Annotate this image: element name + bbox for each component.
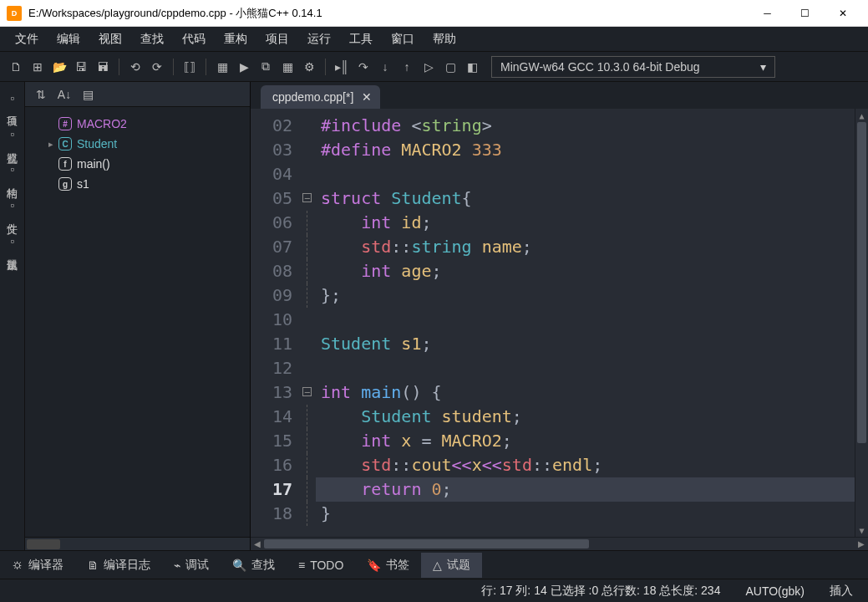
step-over-button[interactable]: ↷: [354, 58, 373, 76]
menu-代码[interactable]: 代码: [174, 28, 214, 50]
vtab-试题集[interactable]: ▫ 试题集: [0, 225, 24, 261]
menu-重构[interactable]: 重构: [216, 28, 256, 50]
collapse-all-button[interactable]: ⇅: [32, 85, 50, 104]
menu-工具[interactable]: 工具: [341, 28, 381, 50]
menu-项目[interactable]: 项目: [257, 28, 297, 50]
menu-编辑[interactable]: 编辑: [48, 28, 89, 50]
new-file-button[interactable]: 🗋: [7, 58, 25, 76]
vtab-监视[interactable]: ▫ 监视: [0, 118, 24, 154]
separator: [173, 59, 174, 75]
tab-icon: ⛭: [12, 559, 23, 572]
toolbar: 🗋 ⊞ 📂 🖫 🖬 ⟲ ⟳ ⟦⟧ ▦ ▶ ⧉ ▦ ⚙ ▸║ ↷ ↓ ↑ ▷ ▢ …: [0, 52, 868, 82]
options-button[interactable]: ⚙: [300, 58, 318, 76]
menu-查找[interactable]: 查找: [132, 28, 172, 50]
sort-button[interactable]: A↓: [55, 85, 74, 104]
tree-item[interactable]: #MACRO2: [28, 114, 246, 134]
bottom-tab-书签[interactable]: 🔖书签: [355, 553, 421, 578]
status-mode: 插入: [830, 584, 853, 599]
tab-icon: 🗎: [87, 559, 99, 572]
maximize-button[interactable]: ☐: [786, 1, 824, 26]
menu-窗口[interactable]: 窗口: [383, 28, 423, 50]
tree-item[interactable]: ▸CStudent: [28, 134, 246, 154]
panel-hscroll[interactable]: [25, 537, 250, 550]
chevron-down-icon: ▾: [760, 60, 766, 74]
structure-toolbar: ⇅ A↓ ▤: [25, 82, 250, 107]
new-project-button[interactable]: ⊞: [28, 58, 47, 76]
editor-area: cppdemo.cpp[*] ✕ 02030405060708091011121…: [251, 82, 868, 550]
tab-icon: △: [433, 559, 442, 572]
fold-column[interactable]: −−: [301, 109, 316, 537]
separator: [206, 59, 206, 75]
vtab-结构[interactable]: ▫ 结构: [0, 153, 24, 189]
status-bar: 行: 17 列: 14 已选择 :0 总行数: 18 总长度: 234 AUTO…: [0, 579, 868, 602]
compiler-label: MinGW-w64 GCC 10.3.0 64-bit Debug: [500, 60, 700, 74]
filter-button[interactable]: ▤: [79, 85, 97, 104]
left-tab-strip: ▫ 项目▫ 监视▫ 结构▫ 文件▫ 试题集: [0, 82, 25, 550]
bottom-tabs: ⛭编译器🗎编译日志⌁调试🔍查找≡TODO🔖书签△试题: [0, 550, 868, 579]
open-button[interactable]: 📂: [50, 58, 69, 76]
forward-button[interactable]: ⟳: [148, 58, 166, 76]
back-button[interactable]: ⟲: [126, 58, 145, 76]
reformat-button[interactable]: ⟦⟧: [180, 58, 199, 76]
watch-button[interactable]: ◧: [463, 58, 481, 76]
compiler-select[interactable]: MinGW-w64 GCC 10.3.0 64-bit Debug ▾: [491, 56, 775, 78]
titlebar: D E:/Workspaces/playground/cppdemo.cpp -…: [0, 0, 868, 27]
editor-tabs: cppdemo.cpp[*] ✕: [251, 82, 868, 109]
stop-button[interactable]: ▢: [441, 58, 459, 76]
separator: [119, 59, 119, 75]
compile-run-button[interactable]: ⧉: [256, 58, 275, 76]
compile-button[interactable]: ▦: [213, 58, 231, 76]
vtab-项目[interactable]: ▫ 项目: [0, 82, 24, 118]
bottom-tab-编译器[interactable]: ⛭编译器: [0, 553, 75, 578]
code-content[interactable]: #include <string>#define MACRO2 333struc…: [316, 109, 855, 537]
app-icon: D: [7, 6, 22, 21]
minimize-button[interactable]: ─: [749, 1, 786, 26]
step-into-button[interactable]: ↓: [376, 58, 394, 76]
continue-button[interactable]: ▷: [419, 58, 438, 76]
run-button[interactable]: ▶: [235, 58, 253, 76]
structure-panel: ⇅ A↓ ▤ #MACRO2▸CStudentfmain()gs1: [25, 82, 251, 550]
line-gutter: 0203040506070809101112131415161718: [251, 109, 301, 537]
editor-tab[interactable]: cppdemo.cpp[*] ✕: [261, 85, 380, 109]
editor-vscroll[interactable]: ▲▼: [855, 109, 868, 537]
close-button[interactable]: ✕: [824, 1, 861, 26]
save-button[interactable]: 🖫: [72, 58, 90, 76]
bottom-tab-查找[interactable]: 🔍查找: [221, 553, 287, 578]
bottom-tab-TODO[interactable]: ≡TODO: [287, 554, 355, 577]
tree-item[interactable]: fmain(): [28, 154, 246, 174]
tab-icon: 🔖: [367, 559, 381, 572]
bottom-tab-编译日志[interactable]: 🗎编译日志: [75, 553, 162, 578]
debug-button[interactable]: ▸║: [332, 58, 351, 76]
rebuild-button[interactable]: ▦: [278, 58, 297, 76]
menu-视图[interactable]: 视图: [90, 28, 130, 50]
structure-tree: #MACRO2▸CStudentfmain()gs1: [25, 107, 250, 537]
tab-icon: 🔍: [232, 559, 246, 572]
editor-hscroll[interactable]: ◀▶: [251, 537, 868, 550]
step-out-button[interactable]: ↑: [398, 58, 416, 76]
bottom-tab-调试[interactable]: ⌁调试: [162, 553, 221, 578]
menu-运行[interactable]: 运行: [299, 28, 339, 50]
tab-icon: ⌁: [174, 559, 180, 572]
tab-label: cppdemo.cpp[*]: [272, 90, 353, 104]
vtab-文件[interactable]: ▫ 文件: [0, 189, 24, 225]
status-encoding: AUTO(gbk): [745, 584, 805, 598]
save-all-button[interactable]: 🖬: [94, 58, 112, 76]
menu-文件[interactable]: 文件: [7, 28, 47, 50]
tab-icon: ≡: [298, 559, 305, 572]
bottom-tab-试题[interactable]: △试题: [421, 553, 482, 578]
menu-帮助[interactable]: 帮助: [424, 28, 464, 50]
code-editor[interactable]: 0203040506070809101112131415161718 −− #i…: [251, 109, 868, 537]
status-position: 行: 17 列: 14 已选择 :0 总行数: 18 总长度: 234: [481, 584, 720, 599]
tree-item[interactable]: gs1: [28, 174, 246, 194]
close-tab-icon[interactable]: ✕: [362, 90, 372, 104]
menubar: 文件编辑视图查找代码重构项目运行工具窗口帮助: [0, 27, 868, 52]
separator: [325, 59, 326, 75]
window-title: E:/Workspaces/playground/cppdemo.cpp - 小…: [28, 6, 749, 21]
